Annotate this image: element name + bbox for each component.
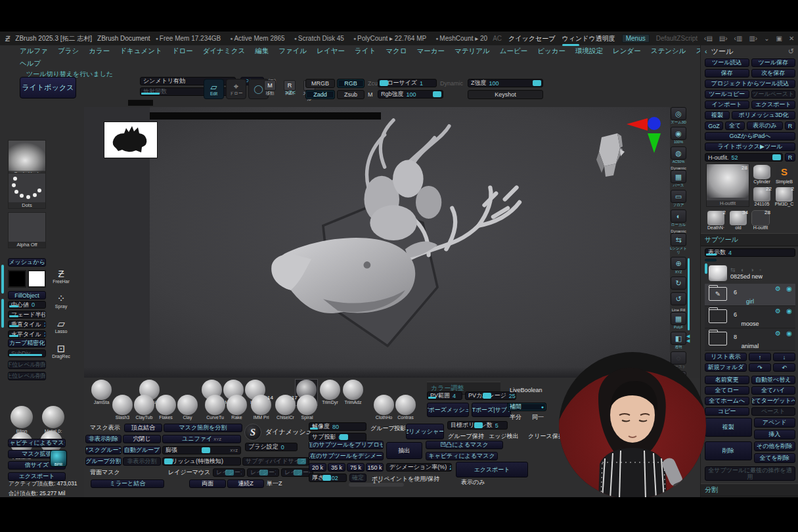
- subtool-view-tab[interactable]: [717, 259, 728, 261]
- subtool-paste-button[interactable]: ペースト: [751, 407, 796, 416]
- autosort-button[interactable]: 自動並べ替え: [751, 376, 796, 384]
- export-button[interactable]: エクスポート: [456, 462, 528, 477]
- subtool-view-tab[interactable]: [785, 259, 795, 261]
- delete-all-button[interactable]: 全てを削除: [754, 453, 796, 463]
- lazy-slider[interactable]: レイジースムーズ: [247, 468, 279, 477]
- redo-folder-button[interactable]: ↷: [749, 363, 771, 372]
- secondary-color-swatch[interactable]: [28, 270, 46, 288]
- move-up-button[interactable]: ↑: [749, 353, 771, 361]
- draw-mode-button[interactable]: ⌖ ドロー: [226, 79, 246, 99]
- default-zscript-button[interactable]: DefaultZScript: [656, 35, 698, 42]
- menu-item[interactable]: ピッカー: [537, 47, 565, 56]
- restore-icon[interactable]: ▣: [776, 35, 782, 42]
- close-holes-button[interactable]: 穴閉じ: [123, 435, 161, 443]
- brush-thumb[interactable]: Contras: [395, 395, 416, 420]
- tool-thumb-selected[interactable]: 28 H-outfit: [751, 211, 770, 230]
- subtool-view-tab[interactable]: [728, 259, 739, 261]
- menu-item[interactable]: ドロー: [172, 47, 193, 56]
- make-polymesh3d-button[interactable]: ポリメッシュ3D化: [732, 111, 795, 120]
- thickness-slider[interactable]: 厚さ0.02: [309, 474, 347, 482]
- interpolate-button[interactable]: 補間●: [507, 403, 546, 411]
- dock-right-icon[interactable]: ▥›: [749, 35, 757, 42]
- split-masked-button[interactable]: マスク箇所を分割: [164, 424, 242, 432]
- brush-thumb[interactable]: 17 ChiselCr: [275, 395, 296, 420]
- camera-head-widget[interactable]: [590, 125, 629, 181]
- gyro-mode-button[interactable]: M 移動: [261, 80, 278, 97]
- menus-toggle[interactable]: Menus: [622, 34, 650, 43]
- menu-item[interactable]: レンダー: [613, 47, 641, 56]
- group-split-button[interactable]: グループ分割: [85, 457, 122, 466]
- bottom-scrollbar[interactable]: ▲▼: [349, 483, 404, 487]
- subtool-view-tab[interactable]: [705, 259, 717, 261]
- stroke-type-icon[interactable]: ⊡ DragRec: [50, 344, 72, 359]
- new-folder-button[interactable]: 新規フォルダ: [705, 363, 747, 372]
- tray-scrollbar[interactable]: [1, 299, 4, 328]
- delete-higher-button[interactable]: 上位レベル削除: [8, 372, 46, 380]
- menu-item[interactable]: マクロ: [386, 47, 407, 56]
- divider-left-icon[interactable]: ‹▤: [704, 35, 713, 42]
- clone-button[interactable]: 複製: [705, 111, 730, 120]
- current-brush-thumb[interactable]: SnakeHook: [8, 140, 46, 177]
- gyro-mode-button[interactable]: R 回転: [281, 80, 298, 97]
- gear-icon[interactable]: ⚙: [775, 285, 781, 292]
- goz-button[interactable]: GoZ: [705, 122, 723, 130]
- delete-hidden-button[interactable]: 非表示削除: [85, 435, 122, 443]
- main-color-swatch[interactable]: [8, 270, 26, 288]
- quick-save-button[interactable]: クイックセーブ: [508, 34, 555, 43]
- axis-gizmo[interactable]: [625, 115, 665, 154]
- brush-thumb[interactable]: Flakes: [155, 395, 177, 420]
- tool-thumb[interactable]: SSimpleB: [774, 165, 794, 184]
- eye-icon[interactable]: ◉: [786, 285, 792, 292]
- menu-item[interactable]: ダイナミクス: [203, 47, 245, 56]
- draw-size-slider[interactable]: ドローサイズ1: [378, 79, 437, 87]
- gear-icon[interactable]: ⚙: [775, 307, 781, 315]
- m-button[interactable]: M: [368, 91, 373, 98]
- document-canvas[interactable]: [84, 107, 670, 378]
- tray-action-button[interactable]: キャビティによるマスク: [8, 439, 66, 447]
- brush-thumb[interactable]: Clay: [177, 395, 198, 420]
- brush-thumb[interactable]: ClothHo: [373, 395, 395, 420]
- load-from-project-button[interactable]: プロジェクトからツール読込: [705, 79, 795, 88]
- tray-slider[interactable]: 中心値0: [8, 301, 46, 309]
- subtool-view-tab[interactable]: [763, 259, 773, 261]
- tpose-subtool-button[interactable]: Tポーズ|サブT: [472, 403, 511, 417]
- shelf-button[interactable]: ↺: [670, 292, 687, 305]
- current-alpha-thumb[interactable]: Alpha Off: [8, 212, 46, 248]
- eye-icon[interactable]: ◉: [786, 330, 792, 337]
- subtool-copy-button[interactable]: コピー: [705, 407, 749, 416]
- all-low-button[interactable]: 全てロー: [705, 386, 749, 395]
- import-button[interactable]: インポート: [705, 100, 749, 109]
- decimation-preset-button[interactable]: 20 k: [309, 463, 326, 472]
- shelf-button[interactable]: ⊕ XYZ: [670, 257, 687, 274]
- menu-item[interactable]: 編集: [255, 47, 269, 56]
- subtool-folder-row[interactable]: ✎ 6 ⚙ ◉ girl: [705, 284, 795, 306]
- tool-thumb[interactable]: 2 DeathN·: [706, 211, 726, 230]
- insert-button[interactable]: 挿入: [754, 430, 796, 439]
- goz-to-ipad-button[interactable]: GoZからiPadへ: [705, 132, 795, 141]
- split-section-header[interactable]: 分割: [701, 483, 798, 497]
- lazy-mouse-label[interactable]: レイジーマウス: [167, 468, 211, 477]
- target-polygons-slider[interactable]: 目標ポリゴン数5: [447, 421, 508, 430]
- brush-thumb[interactable]: Spiral: [296, 395, 318, 420]
- fix-button[interactable]: 確定: [349, 474, 366, 482]
- apply-last-to-all-button[interactable]: 全サブツールに最後の操作を適用: [705, 466, 795, 481]
- fill-object-button[interactable]: FillObject: [8, 291, 46, 299]
- hidden-split-button[interactable]: 非表示分割: [123, 457, 161, 466]
- goz-r-button[interactable]: R: [785, 122, 795, 130]
- material-thumb[interactable]: Blinn: [7, 406, 37, 434]
- subtool-header[interactable]: サブツール: [701, 233, 798, 246]
- rgb-intensity-slider[interactable]: Rgb強度100: [378, 90, 443, 99]
- mask-group-button[interactable]: マスクグループ: [85, 446, 122, 454]
- dynamesh-group-toggle[interactable]: グループ: [369, 424, 396, 433]
- tray-slider[interactable]: フェード半径0: [8, 311, 46, 319]
- shelf-button[interactable]: Dynamic ▦ パース: [670, 166, 687, 187]
- stroke-type-icon[interactable]: ⁘ Spray: [50, 294, 72, 309]
- unify-button[interactable]: ユニファイXYZ: [162, 435, 241, 443]
- subdivide-size-slider[interactable]: サブディバイドサイズ: [242, 457, 309, 466]
- subtool-folder-row[interactable]: 8 ⚙ ◉ animal: [705, 328, 795, 351]
- keep-groups-toggle[interactable]: グループ保持: [447, 432, 485, 441]
- weld-points-button[interactable]: 頂点結合: [124, 424, 162, 432]
- menu-item[interactable]: カラー: [89, 47, 110, 56]
- zsub-button[interactable]: Zsub: [337, 90, 365, 99]
- delete-lower-button[interactable]: 下位レベル削除: [8, 361, 46, 369]
